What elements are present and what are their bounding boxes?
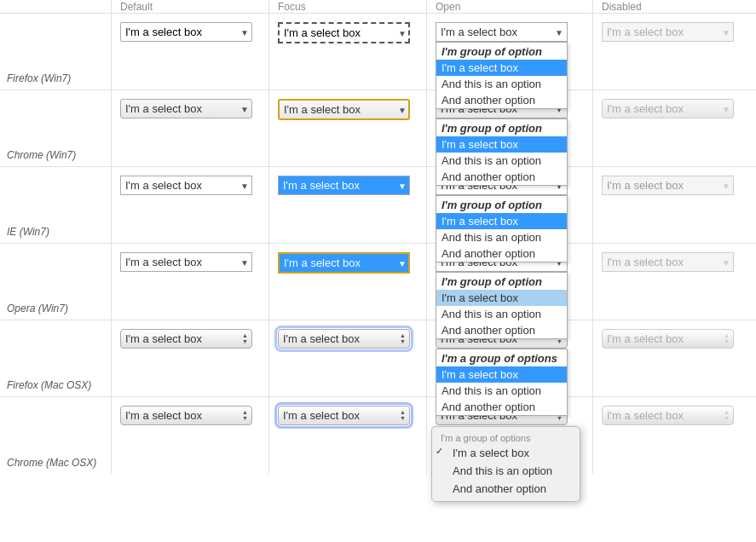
ie-win7-focus-select-wrap: I'm a select box ▼: [278, 176, 410, 195]
row-label-ch-mac: Chrome (Mac OSX): [0, 397, 111, 474]
ff-win7-focus-select-wrap: I'm a select box ▼: [278, 22, 410, 43]
ff-win7-focus-cell: I'm a select box ▼: [268, 14, 426, 89]
ie-win7-focus-cell: I'm a select box ▼: [268, 167, 426, 243]
ch-mac-option3[interactable]: And another option: [432, 480, 580, 498]
ch-win7-option2[interactable]: And this is an option: [436, 153, 567, 169]
ch-mac-focus-select-wrap: I'm a select box ▲ ▼: [278, 406, 410, 425]
ff-win7-open-dropdown: I'm a select box ▼ I'm group of option I…: [436, 22, 568, 42]
ie-win7-open-list: I'm group of option I'm a select box And…: [436, 195, 568, 262]
op-win7-focus-select-wrap: I'm a select box ▼: [278, 252, 410, 274]
row-ie-win7: IE (Win7) I'm a select box ▼ I'm a selec…: [0, 167, 756, 244]
ff-mac-focus-cell: I'm a select box ▲ ▼: [268, 320, 426, 396]
ff-mac-default-cell: I'm a select box ▲ ▼: [111, 320, 268, 396]
ie-win7-option2[interactable]: And this is an option: [436, 229, 567, 245]
op-win7-focus-select[interactable]: I'm a select box: [278, 252, 410, 274]
ch-win7-default-select-wrap: I'm a select box ▼: [120, 99, 252, 118]
ie-win7-option3[interactable]: And another option: [436, 245, 567, 262]
ch-win7-disabled-select: I'm a select box: [602, 99, 734, 118]
ff-win7-open-cell: I'm a select box ▼ I'm group of option I…: [426, 14, 592, 89]
ie-win7-focus-select[interactable]: I'm a select box: [278, 176, 410, 195]
ch-win7-option1[interactable]: I'm a select box: [436, 136, 567, 153]
op-win7-option2[interactable]: And this is an option: [436, 306, 567, 322]
header-label-col: [0, 0, 111, 13]
ff-win7-option2[interactable]: And this is an option: [436, 76, 567, 92]
ff-mac-default-select-wrap: I'm a select box ▲ ▼: [120, 329, 252, 349]
ch-mac-open-list: I'm a group of options I'm a select box …: [431, 426, 580, 502]
ff-win7-open-list: I'm group of option I'm a select box And…: [436, 42, 568, 109]
op-win7-option1[interactable]: I'm a select box: [436, 290, 567, 306]
ff-win7-group-header: I'm group of option: [436, 43, 567, 60]
header-focus: Focus: [268, 0, 426, 13]
ch-win7-disabled-cell: I'm a select box ▼: [592, 90, 747, 166]
ff-win7-disabled-select: I'm a select box: [602, 22, 734, 42]
ff-win7-disabled-select-wrap: I'm a select box ▼: [602, 22, 734, 42]
ff-win7-open-trigger[interactable]: I'm a select box ▼: [436, 22, 568, 42]
header-open: Open: [426, 0, 592, 13]
ie-win7-disabled-select: I'm a select box: [602, 176, 734, 195]
ch-mac-default-select-wrap: I'm a select box ▲ ▼: [120, 406, 252, 425]
ie-win7-default-select[interactable]: I'm a select box: [120, 176, 252, 195]
ff-mac-focus-select-wrap: I'm a select box ▲ ▼: [278, 329, 410, 349]
ie-win7-default-cell: I'm a select box ▼: [111, 167, 268, 243]
ff-win7-option3[interactable]: And another option: [436, 92, 567, 108]
ff-mac-focus-select[interactable]: I'm a select box: [278, 329, 410, 349]
ch-win7-option3[interactable]: And another option: [436, 169, 567, 185]
ff-mac-default-select[interactable]: I'm a select box: [120, 329, 252, 349]
ch-mac-option2[interactable]: And this is an option: [432, 462, 580, 480]
ch-mac-default-select[interactable]: I'm a select box: [120, 406, 252, 425]
ch-win7-default-cell: I'm a select box ▼: [111, 90, 268, 166]
ff-mac-disabled-cell: I'm a select box ▲ ▼: [592, 320, 747, 396]
row-label-op-win7: Opera (Win7): [0, 244, 111, 320]
row-ch-mac: Chrome (Mac OSX) I'm a select box ▲ ▼ I'…: [0, 397, 756, 474]
header-row: Default Focus Open Disabled: [0, 0, 756, 14]
op-win7-focus-cell: I'm a select box ▼: [268, 244, 426, 320]
ch-mac-focus-cell: I'm a select box ▲ ▼: [268, 397, 426, 474]
row-ch-win7: Chrome (Win7) I'm a select box ▼ I'm a s…: [0, 90, 756, 167]
ch-win7-group-header: I'm group of option: [436, 119, 567, 136]
ch-win7-focus-cell: I'm a select box ▼: [268, 90, 426, 166]
ff-win7-open-arrow: ▼: [555, 27, 563, 37]
op-win7-disabled-cell: I'm a select box ▼: [592, 244, 747, 320]
ff-win7-default-select[interactable]: I'm a select box: [120, 22, 252, 42]
ch-win7-focus-select-wrap: I'm a select box ▼: [278, 99, 410, 120]
ie-win7-disabled-select-wrap: I'm a select box ▼: [602, 176, 734, 195]
ch-win7-default-select[interactable]: I'm a select box: [120, 99, 252, 118]
ff-win7-focus-select[interactable]: I'm a select box: [278, 22, 410, 43]
ff-win7-default-select-wrap: I'm a select box ▼: [120, 22, 252, 42]
ff-mac-option1[interactable]: I'm a select box: [436, 366, 567, 383]
ch-win7-disabled-select-wrap: I'm a select box ▼: [602, 99, 734, 118]
row-ff-mac: Firefox (Mac OSX) I'm a select box ▲ ▼ I…: [0, 320, 756, 397]
ch-win7-focus-select[interactable]: I'm a select box: [278, 99, 410, 120]
row-label-ff-win7: Firefox (Win7): [0, 14, 111, 89]
ff-win7-option1[interactable]: I'm a select box: [436, 60, 567, 76]
layout: Default Focus Open Disabled Firefox (Win…: [0, 0, 756, 474]
ff-win7-disabled-cell: I'm a select box ▼: [592, 14, 747, 89]
ie-win7-disabled-cell: I'm a select box ▼: [592, 167, 747, 243]
ff-mac-disabled-select: I'm a select box: [602, 329, 734, 349]
header-disabled: Disabled: [592, 0, 750, 13]
row-op-win7: Opera (Win7) I'm a select box ▼ I'm a se…: [0, 244, 756, 320]
ff-mac-option2[interactable]: And this is an option: [436, 383, 567, 399]
ff-mac-open-list: I'm a group of options I'm a select box …: [436, 349, 568, 416]
ff-mac-disabled-select-wrap: I'm a select box ▲ ▼: [602, 329, 734, 349]
op-win7-open-list: I'm group of option I'm a select box And…: [436, 272, 568, 339]
ch-mac-option1[interactable]: I'm a select box: [432, 444, 580, 462]
header-default: Default: [111, 0, 268, 13]
op-win7-option3[interactable]: And another option: [436, 322, 567, 338]
ff-mac-option3[interactable]: And another option: [436, 399, 567, 415]
ch-mac-focus-select[interactable]: I'm a select box: [278, 406, 410, 425]
op-win7-disabled-select: I'm a select box: [602, 252, 734, 272]
op-win7-default-select-wrap: I'm a select box ▼: [120, 252, 252, 272]
ie-win7-group-header: I'm group of option: [436, 196, 567, 213]
row-label-ie-win7: IE (Win7): [0, 167, 111, 243]
op-win7-default-select[interactable]: I'm a select box: [120, 252, 252, 272]
op-win7-disabled-select-wrap: I'm a select box ▼: [602, 252, 734, 272]
ch-mac-default-cell: I'm a select box ▲ ▼: [111, 397, 268, 474]
ch-mac-group-header: I'm a group of options: [432, 430, 580, 444]
op-win7-default-cell: I'm a select box ▼: [111, 244, 268, 320]
ie-win7-option1[interactable]: I'm a select box: [436, 213, 567, 229]
ff-win7-default-cell: I'm a select box ▼: [111, 14, 268, 89]
ch-mac-disabled-select: I'm a select box: [602, 406, 734, 425]
ff-mac-group-header: I'm a group of options: [436, 349, 567, 366]
op-win7-group-header: I'm group of option: [436, 273, 567, 290]
